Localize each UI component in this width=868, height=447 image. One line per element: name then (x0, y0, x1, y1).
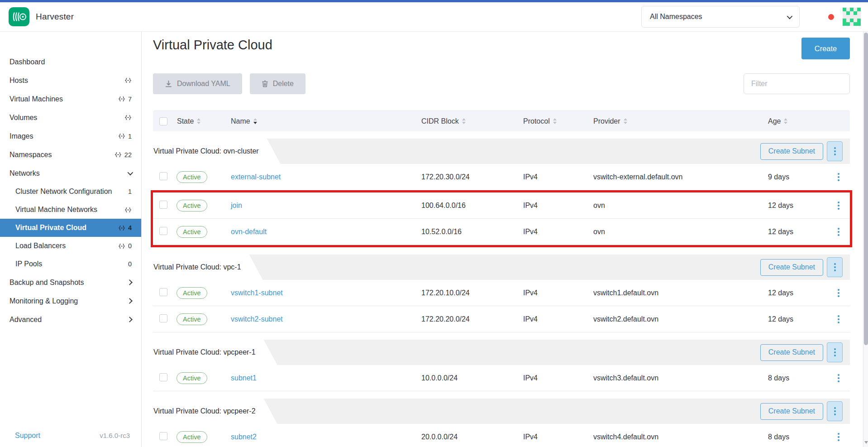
create-subnet-button[interactable]: Create Subnet (760, 143, 823, 160)
sidebar-item-meta (128, 280, 132, 284)
kebab-menu-icon (838, 173, 839, 181)
subnet-link[interactable]: vswitch2-subnet (231, 315, 283, 323)
row-cidr-cell: 172.20.20.0/24 (420, 315, 522, 323)
column-header-protocol[interactable]: Protocol (522, 117, 592, 125)
row-kebab-menu-button[interactable] (833, 171, 844, 183)
subnet-link[interactable]: vswitch1-subnet (231, 289, 283, 297)
sidebar-item-virtual-machine-networks[interactable]: Virtual Machine Networks (0, 201, 141, 219)
sidebar-item-volumes[interactable]: Volumes (0, 108, 141, 127)
row-checkbox[interactable] (159, 314, 167, 322)
create-button[interactable]: Create (801, 38, 850, 59)
sidebar-item-label: Monitoring & Logging (10, 297, 78, 305)
row-kebab-menu-button[interactable] (833, 200, 844, 211)
row-checkbox[interactable] (159, 172, 167, 180)
sidebar-item-ip-pools[interactable]: IP Pools0 (0, 255, 141, 273)
sidebar-item-advanced[interactable]: Advanced (0, 310, 141, 329)
group-kebab-menu-button[interactable] (827, 342, 843, 362)
row-checkbox-cell (153, 201, 173, 211)
group-kebab-menu-button[interactable] (827, 401, 843, 421)
sidebar-item-meta (124, 115, 132, 120)
create-subnet-button[interactable]: Create Subnet (760, 344, 823, 361)
sidebar-item-networks[interactable]: Networks (0, 164, 141, 183)
download-yaml-button[interactable]: Download YAML (153, 73, 242, 94)
create-subnet-button[interactable]: Create Subnet (760, 259, 823, 276)
column-header-name[interactable]: Name (230, 117, 420, 125)
row-provider-cell: vswitch4.default.ovn (592, 433, 763, 441)
avatar-pixel (843, 11, 846, 15)
sidebar-item-label: Backup and Snapshots (10, 279, 84, 287)
row-protocol-cell: IPv4 (522, 315, 592, 323)
row-kebab-menu-button[interactable] (833, 226, 844, 238)
namespace-select[interactable]: All Namespaces (641, 6, 800, 28)
row-checkbox[interactable] (159, 432, 167, 440)
row-checkbox[interactable] (159, 227, 167, 235)
row-provider-cell: vswitch2.default.ovn (592, 315, 763, 323)
row-checkbox[interactable] (159, 288, 167, 296)
vpc-table: StateNameCIDR BlockProtocolProviderAge V… (153, 111, 850, 447)
scrollbar-down-arrow-icon[interactable] (864, 441, 868, 444)
row-name-cell: subnet2 (230, 433, 420, 441)
group-rows: Activevswitch1-subnet172.20.10.0/24IPv4v… (153, 280, 850, 332)
group-kebab-menu-button[interactable] (827, 257, 843, 277)
row-kebab-menu-button[interactable] (833, 313, 844, 325)
subnet-link[interactable]: subnet2 (231, 433, 257, 441)
subnet-link[interactable]: subnet1 (231, 374, 257, 382)
subnet-link[interactable]: ovn-default (231, 228, 267, 236)
sidebar-item-namespaces[interactable]: Namespaces22 (0, 145, 141, 164)
sidebar-item-virtual-private-cloud[interactable]: Virtual Private Cloud4 (0, 219, 141, 237)
sidebar-item-images[interactable]: Images1 (0, 127, 141, 145)
sidebar-item-backup-and-snapshots[interactable]: Backup and Snapshots (0, 273, 141, 292)
row-provider-cell: ovn (592, 228, 763, 236)
vpc-group-label: Virtual Private Cloud: vpcpeer-2 (153, 399, 277, 424)
sidebar-item-hosts[interactable]: Hosts (0, 71, 141, 90)
filter-input[interactable] (744, 73, 850, 94)
sidebar-item-load-balancers[interactable]: Load Balancers0 (0, 237, 141, 255)
notification-dot (828, 14, 834, 20)
delete-button[interactable]: Delete (250, 73, 305, 94)
row-cidr-cell: 10.0.0.0/24 (420, 374, 522, 382)
row-name-cell: join (230, 202, 420, 210)
sidebar-item-monitoring-logging[interactable]: Monitoring & Logging (0, 292, 141, 310)
select-all-checkbox[interactable] (159, 117, 167, 125)
sidebar-item-dashboard[interactable]: Dashboard (0, 53, 141, 71)
column-header-state[interactable]: State (173, 117, 230, 125)
sidebar-item-label: Volumes (10, 114, 37, 122)
subnet-link[interactable]: join (231, 202, 242, 209)
delete-label: Delete (273, 80, 294, 88)
table-row: Activevswitch1-subnet172.20.10.0/24IPv4v… (153, 280, 850, 306)
row-kebab-menu-button[interactable] (833, 431, 844, 443)
row-checkbox-cell (153, 288, 173, 298)
sidebar-item-meta: 1 (118, 133, 132, 140)
avatar-pixel (850, 8, 854, 11)
row-checkbox[interactable] (159, 201, 167, 209)
kebab-menu-icon (838, 289, 839, 297)
create-subnet-button[interactable]: Create Subnet (760, 403, 823, 420)
group-kebab-menu-button[interactable] (827, 141, 843, 161)
column-header-provider[interactable]: Provider (592, 117, 763, 125)
row-kebab-menu-button[interactable] (833, 372, 844, 384)
kebab-menu-icon (838, 228, 839, 236)
sidebar-item-virtual-machines[interactable]: Virtual Machines7 (0, 90, 141, 108)
highlight-rectangle: Activejoin100.64.0.0/16IPv4ovn12 daysAct… (151, 190, 852, 247)
download-icon (165, 80, 172, 88)
row-checkbox-cell (153, 314, 173, 324)
harvester-logo-icon[interactable] (9, 7, 29, 26)
chevron-right-icon (127, 298, 133, 304)
support-link[interactable]: Support (15, 432, 40, 440)
sidebar-item-label: Virtual Private Cloud (15, 224, 86, 232)
column-header-cidr-block[interactable]: CIDR Block (420, 117, 522, 125)
user-avatar[interactable] (843, 8, 861, 26)
sidebar-item-cluster-network-configuration[interactable]: Cluster Network Configuration1 (0, 183, 141, 201)
column-header-age[interactable]: Age (763, 117, 827, 125)
subnet-link[interactable]: external-subnet (231, 173, 281, 181)
scrollbar-thumb[interactable] (864, 33, 868, 345)
sort-carets-icon (197, 118, 200, 124)
row-kebab-menu-button[interactable] (833, 287, 844, 299)
main-content: Virtual Private Cloud Create Download YA… (142, 32, 868, 447)
row-age-cell: 8 days (763, 374, 827, 382)
sort-carets-icon (253, 118, 257, 124)
chevron-down-icon (787, 13, 793, 19)
vertical-scrollbar[interactable] (863, 32, 868, 447)
avatar-pixel (857, 8, 861, 11)
row-checkbox[interactable] (159, 373, 167, 381)
